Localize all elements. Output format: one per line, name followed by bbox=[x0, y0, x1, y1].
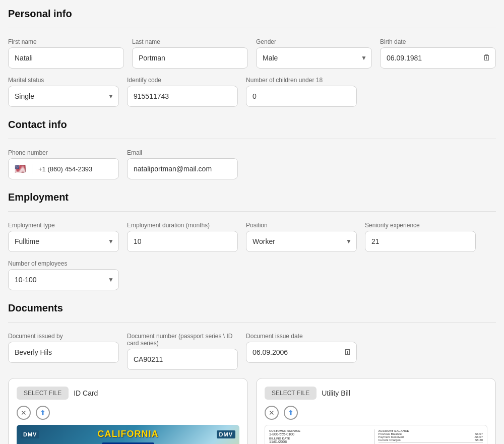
last-name-input[interactable] bbox=[132, 47, 248, 69]
utility-bill-type-label: Utility Bill bbox=[322, 389, 350, 397]
bill-customer-info: CUSTOMER SERVICE 1-800-555-0100 BILLING … bbox=[269, 429, 374, 444]
identify-code-input[interactable] bbox=[127, 86, 238, 107]
spacer-emp1 bbox=[127, 260, 244, 290]
utility-bill-select-file-button[interactable]: SELECT FILE bbox=[265, 387, 317, 400]
utility-bill-header: SELECT FILE Utility Bill bbox=[265, 387, 487, 400]
doc-issue-date-input-wrapper: 🗓 bbox=[246, 342, 357, 363]
documents-title: Documents bbox=[8, 302, 496, 314]
dmv-card-image: DMV CALIFORNIA DMV DRIVER'S LICENSE bbox=[17, 425, 239, 444]
seniority-label: Seniority experience bbox=[365, 222, 476, 229]
marital-status-select-wrapper: Single Married Divorced Widowed ▼ bbox=[8, 86, 119, 107]
id-card-type-label: ID Card bbox=[74, 389, 98, 397]
marital-status-label: Marital status bbox=[8, 77, 119, 84]
num-employees-select-wrapper: 1-10 10-100 100-500 500+ ▼ bbox=[8, 269, 119, 290]
bill-header: CUSTOMER SERVICE 1-800-555-0100 BILLING … bbox=[269, 429, 483, 444]
id-card-upload-button[interactable]: ⬆ bbox=[36, 406, 50, 420]
email-label: Email bbox=[127, 149, 238, 156]
personal-info-section: Personal info First name Last name Gende… bbox=[8, 8, 496, 107]
spacer-doc1 bbox=[365, 333, 496, 370]
close-icon: ✕ bbox=[21, 409, 27, 417]
position-label: Position bbox=[246, 222, 357, 229]
doc-number-group: Document number (passport series \ ID ca… bbox=[127, 333, 238, 370]
personal-info-title: Personal info bbox=[8, 8, 496, 20]
id-card-select-file-button[interactable]: SELECT FILE bbox=[17, 387, 69, 400]
bill-current-charges: Current Charges $8.20 bbox=[379, 438, 483, 441]
spacer-group bbox=[365, 77, 496, 107]
doc-issued-by-group: Document issued by bbox=[8, 333, 119, 370]
seniority-group: Seniority experience bbox=[365, 222, 476, 252]
id-card-remove-button[interactable]: ✕ bbox=[17, 406, 31, 420]
num-employees-select[interactable]: 1-10 10-100 100-500 500+ bbox=[8, 269, 119, 290]
seniority-input[interactable] bbox=[365, 231, 476, 252]
employment-type-select[interactable]: Fulltime Part-time Self-employed Freelan… bbox=[8, 231, 119, 252]
first-name-group: First name bbox=[8, 38, 124, 69]
num-employees-group: Number of employees 1-10 10-100 100-500 … bbox=[8, 260, 119, 290]
spacer-emp3 bbox=[379, 260, 496, 290]
num-children-input[interactable] bbox=[246, 86, 357, 107]
employment-section: Employment Employment type Fulltime Part… bbox=[8, 192, 496, 290]
identify-code-group: Identify code bbox=[127, 77, 238, 107]
position-group: Position Worker Manager Director Other ▼ bbox=[246, 222, 357, 252]
employment-duration-label: Employment duration (months) bbox=[127, 222, 238, 229]
doc-issue-date-group: Document issue date 🗓 bbox=[246, 333, 357, 370]
phone-code-text: +1 (860) 454-2393 bbox=[38, 165, 92, 173]
id-card-header: SELECT FILE ID Card bbox=[17, 387, 239, 400]
upload-icon: ⬆ bbox=[288, 409, 294, 417]
last-name-group: Last name bbox=[132, 38, 248, 69]
employment-type-select-wrapper: Fulltime Part-time Self-employed Freelan… bbox=[8, 231, 119, 252]
divider bbox=[8, 28, 496, 28]
phone-flag-icon: 🇺🇸 bbox=[15, 164, 26, 173]
doc-issued-by-input[interactable] bbox=[8, 342, 119, 363]
contact-info-row-1: Phone number 🇺🇸 +1 (860) 454-2393 Email bbox=[8, 149, 496, 179]
employment-duration-group: Employment duration (months) bbox=[127, 222, 238, 252]
phone-group: Phone number 🇺🇸 +1 (860) 454-2393 bbox=[8, 149, 119, 179]
employment-row-1: Employment type Fulltime Part-time Self-… bbox=[8, 222, 496, 252]
phone-input-wrapper[interactable]: 🇺🇸 +1 (860) 454-2393 bbox=[8, 158, 119, 179]
bill-account-balance: ACCOUNT BALANCE Previous Balance $6.07 P… bbox=[374, 429, 483, 444]
utility-bill-actions: ✕ ⬆ bbox=[265, 406, 487, 420]
identify-code-label: Identify code bbox=[127, 77, 238, 84]
doc-number-input[interactable] bbox=[127, 349, 238, 370]
birth-date-label: Birth date bbox=[380, 38, 496, 45]
doc-number-label: Document number (passport series \ ID ca… bbox=[127, 333, 238, 347]
employment-title: Employment bbox=[8, 192, 496, 203]
first-name-input[interactable] bbox=[8, 47, 124, 69]
phone-separator bbox=[32, 164, 32, 174]
marital-status-group: Marital status Single Married Divorced W… bbox=[8, 77, 119, 107]
employment-row-2: Number of employees 1-10 10-100 100-500 … bbox=[8, 260, 496, 290]
spacer-contact2 bbox=[375, 149, 496, 179]
gender-label: Gender bbox=[256, 38, 372, 45]
phone-label: Phone number bbox=[8, 149, 119, 156]
personal-info-row-1: First name Last name Gender Male Female … bbox=[8, 38, 496, 69]
document-cards: SELECT FILE ID Card ✕ ⬆ DMV CALIFORNIA bbox=[8, 378, 496, 444]
email-group: Email bbox=[127, 149, 238, 179]
contact-divider bbox=[8, 139, 496, 139]
upload-icon: ⬆ bbox=[40, 409, 46, 417]
documents-section: Documents Document issued by Document nu… bbox=[8, 302, 496, 444]
doc-issue-date-label: Document issue date bbox=[246, 333, 357, 340]
employment-duration-input[interactable] bbox=[127, 231, 238, 252]
utility-bill-remove-button[interactable]: ✕ bbox=[265, 406, 279, 420]
id-card-actions: ✕ ⬆ bbox=[17, 406, 239, 420]
first-name-label: First name bbox=[8, 38, 124, 45]
doc-issue-date-input[interactable] bbox=[246, 342, 357, 363]
birth-date-input[interactable] bbox=[380, 47, 496, 69]
utility-bill-card: SELECT FILE Utility Bill ✕ ⬆ CUSTOMER S bbox=[256, 378, 496, 444]
doc-issued-by-label: Document issued by bbox=[8, 333, 119, 340]
close-icon: ✕ bbox=[269, 409, 275, 417]
birth-date-group: Birth date 🗓 bbox=[380, 38, 496, 69]
spacer-contact bbox=[246, 149, 367, 179]
dmv-logo-left: DMV bbox=[21, 430, 39, 438]
position-select[interactable]: Worker Manager Director Other bbox=[246, 231, 357, 252]
email-input[interactable] bbox=[127, 158, 238, 179]
marital-status-select[interactable]: Single Married Divorced Widowed bbox=[8, 86, 119, 107]
personal-info-row-2: Marital status Single Married Divorced W… bbox=[8, 77, 496, 107]
gender-select[interactable]: Male Female Other bbox=[256, 47, 372, 69]
contact-info-title: Contact info bbox=[8, 119, 496, 131]
num-employees-label: Number of employees bbox=[8, 260, 119, 267]
utility-bill-upload-button[interactable]: ⬆ bbox=[284, 406, 298, 420]
employment-type-label: Employment type bbox=[8, 222, 119, 229]
dmv-state-text: CALIFORNIA bbox=[39, 429, 216, 439]
dmv-logo-right: DMV bbox=[217, 430, 235, 438]
spacer-emp2 bbox=[253, 260, 370, 290]
